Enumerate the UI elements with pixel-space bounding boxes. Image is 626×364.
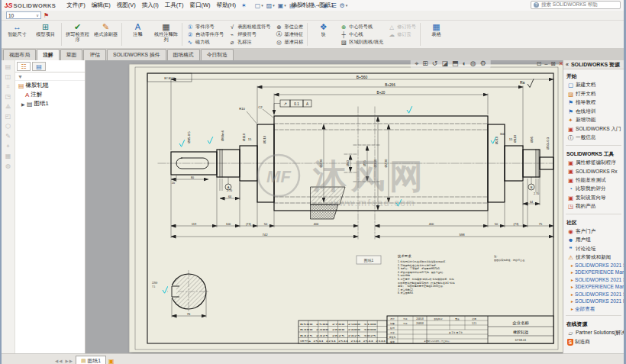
- display-style-icon[interactable]: ◐: [462, 60, 466, 68]
- property-tab-builder-link[interactable]: ▣属性标签编制程序: [563, 159, 624, 168]
- linear-note-pattern-button[interactable]: ▦线性注释阵列: [152, 21, 180, 47]
- graphics-area[interactable]: BY-B140 Ra: [86, 60, 566, 353]
- partner-solutions-link[interactable]: ▱Partner Solutions(解决方...: [563, 329, 624, 338]
- toolbar-icon: ◫: [5, 73, 11, 83]
- datum-target-button[interactable]: ◎基准目标: [275, 38, 303, 46]
- news-link[interactable]: ▸3DEXPERIENCE Marketp...: [563, 284, 624, 292]
- tb-header: 重量: [455, 317, 460, 321]
- compare-score-link[interactable]: ◔比较我的评分: [563, 185, 624, 194]
- tech-alerts-link[interactable]: ⚠技术警戒和新闻: [563, 253, 624, 263]
- add-sheet-icon[interactable]: ▣: [108, 358, 115, 364]
- online-training-link[interactable]: ⚑在线培训: [563, 108, 624, 117]
- tab-evaluate[interactable]: 评估: [83, 49, 106, 60]
- introducing-sw-link[interactable]: ▣SOLIDWORKS 入门: [563, 125, 624, 134]
- view-settings-icon[interactable]: ⚙: [480, 60, 486, 68]
- menu-view[interactable]: 视图(V): [114, 2, 139, 9]
- manufacturers-link[interactable]: S制造商: [563, 338, 624, 347]
- featuremanager-tree-tab[interactable]: ☷: [17, 62, 31, 71]
- tab-sheet-format[interactable]: 图纸格式: [167, 49, 200, 60]
- ds-logo-icon: ʖS: [5, 2, 13, 9]
- news-link[interactable]: ▸SOLIDWORKS 2021 SP4: [563, 263, 624, 270]
- weld-symbol-button[interactable]: ⌁焊接符号: [228, 31, 270, 38]
- general-info-link[interactable]: ⓘ一般信息: [563, 134, 624, 143]
- open-button[interactable]: ▨▾: [266, 2, 275, 9]
- expander-icon[interactable]: ▶: [21, 101, 27, 107]
- menu-edit[interactable]: 编辑(E): [89, 2, 114, 9]
- previous-view-icon[interactable]: ↺: [432, 60, 438, 68]
- view-all-link[interactable]: ▸全部查看: [563, 306, 624, 314]
- news-link[interactable]: ▸3DEXPERIENCE Marketp...: [563, 269, 624, 277]
- hide-show-items-icon[interactable]: ◍: [470, 60, 476, 68]
- menu-tools[interactable]: 工具(T): [162, 2, 187, 9]
- options-button[interactable]: ⚙▾: [340, 2, 348, 9]
- user-groups-link[interactable]: ☻用户组: [563, 236, 624, 245]
- smart-dimension-button[interactable]: ↔智能尺寸: [3, 21, 31, 47]
- save-button[interactable]: ▣▾: [278, 2, 286, 9]
- my-products-link[interactable]: ◳我的产品: [563, 202, 624, 211]
- whats-new-link[interactable]: ✦新增功能: [563, 116, 624, 125]
- news-link[interactable]: ▸SOLIDWORKS 2021 SP2: [563, 292, 624, 299]
- view-orientation-icon[interactable]: ⬒: [452, 60, 459, 68]
- new-document-link[interactable]: ▢新建文档: [563, 81, 624, 90]
- tab-addins[interactable]: SOLIDWORKS 插件: [107, 49, 166, 60]
- surface-finish-button[interactable]: √表面粗糙度符号: [228, 23, 270, 31]
- datum-feature-button[interactable]: Ⓐ基准特征: [275, 31, 303, 38]
- geometric-tolerance-button[interactable]: ⊕形位公差: [275, 23, 303, 31]
- tree-root-item[interactable]: ▤ 橡胶轧辊: [15, 81, 85, 90]
- performance-benchmark-link[interactable]: ▣性能基准测试: [563, 176, 624, 185]
- help-search-box[interactable]: ? 搜索 SOLIDWORKS 帮助: [531, 1, 621, 9]
- discussion-forum-link[interactable]: ❞讨论论坛: [563, 245, 624, 254]
- sheet-icon: ▤: [27, 101, 33, 108]
- note-button[interactable]: A注释: [124, 21, 152, 47]
- tutorials-link[interactable]: ⚑指导教程: [563, 98, 624, 108]
- format-painter-button[interactable]: ✎格式涂刷器: [92, 21, 120, 47]
- collapse-pane-icon[interactable]: «: [566, 62, 569, 67]
- magnetic-line-button[interactable]: ∿磁力线: [186, 38, 224, 46]
- model-items-button[interactable]: ⊞模型项目: [31, 21, 60, 47]
- tab-annotation[interactable]: 注解: [37, 49, 60, 60]
- news-link[interactable]: ▸SOLIDWORKS 2021 Beta: [563, 298, 624, 306]
- copy-settings-link[interactable]: ▣复制设置向导: [563, 194, 624, 203]
- news-link[interactable]: ▸SOLIDWORKS 2021 SP3: [563, 277, 624, 285]
- tab-view-layout[interactable]: 视图布局: [3, 49, 36, 60]
- menu-file[interactable]: 文件(F): [63, 2, 89, 9]
- center-mark-button[interactable]: ⊕中心符号线: [340, 23, 383, 31]
- tab-today-mfg[interactable]: 今日制造: [201, 49, 234, 60]
- zoom-fit-icon[interactable]: ⌖: [415, 60, 418, 68]
- menu-insert[interactable]: 插入(I): [139, 2, 162, 9]
- drawing-sheet[interactable]: BY-B140 Ra: [129, 64, 564, 353]
- minimize-window-icon[interactable]: –: [544, 60, 547, 67]
- layer-combo[interactable]: 10 ∨: [6, 11, 41, 19]
- section-view-icon[interactable]: ◪: [441, 60, 448, 68]
- restore-window-icon[interactable]: ⊡: [537, 60, 541, 67]
- tab-sketch[interactable]: 草图: [60, 49, 83, 60]
- zoom-area-icon[interactable]: ⊞: [422, 60, 428, 68]
- tb-value: 刘工: [403, 322, 408, 325]
- area-hatch-button[interactable]: ▨区域剖面线/填充: [340, 38, 383, 46]
- pin-menu-icon[interactable]: ✶: [241, 2, 247, 9]
- customer-portal-link[interactable]: ◉客户门户: [563, 227, 624, 237]
- tree-filter[interactable]: ▼: [15, 72, 85, 81]
- menu-window[interactable]: 窗口(W): [186, 2, 213, 9]
- auto-balloon-button[interactable]: ②自动零件序号: [186, 31, 224, 38]
- balloon-button[interactable]: ①零件序号: [186, 23, 224, 31]
- property-manager-tab[interactable]: ▤: [32, 62, 46, 71]
- menu-help[interactable]: 帮助(H): [214, 2, 239, 9]
- tables-button[interactable]: ▦表格: [422, 21, 450, 47]
- sheet-nav-next-icon[interactable]: ▶▶: [65, 359, 73, 363]
- tree-item-sheet1[interactable]: ▶ ▤ 图纸1: [15, 99, 85, 108]
- solidworks-rx-link[interactable]: ▣SOLIDWORKS Rx: [563, 167, 624, 176]
- sheet1-floating-label[interactable]: 图纸1: [357, 256, 381, 264]
- block-button[interactable]: ❖块: [309, 21, 337, 47]
- maximize-window-icon[interactable]: ⊠: [550, 60, 555, 67]
- centerline-button[interactable]: ┼中心线: [340, 31, 383, 38]
- sheet1-tab[interactable]: ▤ 图纸1: [76, 356, 106, 364]
- tree-item-annotations[interactable]: A 注解: [15, 90, 85, 99]
- sheet-nav-prev-icon[interactable]: ◀◀: [55, 359, 63, 363]
- new-button[interactable]: ▢▾: [255, 2, 263, 9]
- hole-callout-button[interactable]: ⌀孔标注: [228, 38, 270, 46]
- open-document-link[interactable]: ▨打开文档: [563, 90, 624, 99]
- tool-icon: ▣: [567, 177, 574, 184]
- spell-checker-button[interactable]: ✔拼写检查程序: [63, 21, 92, 47]
- layer-flag-icon[interactable]: ⚑: [44, 12, 49, 19]
